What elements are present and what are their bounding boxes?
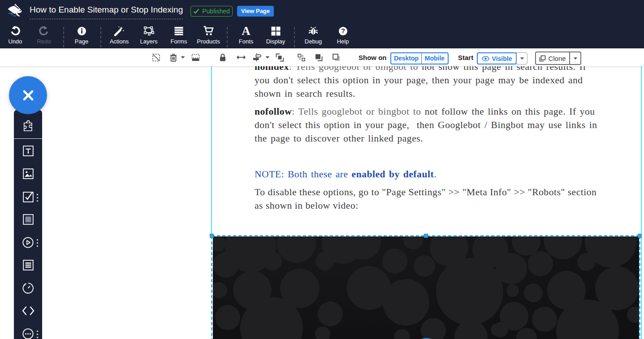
- svg-text:?: ?: [341, 27, 345, 34]
